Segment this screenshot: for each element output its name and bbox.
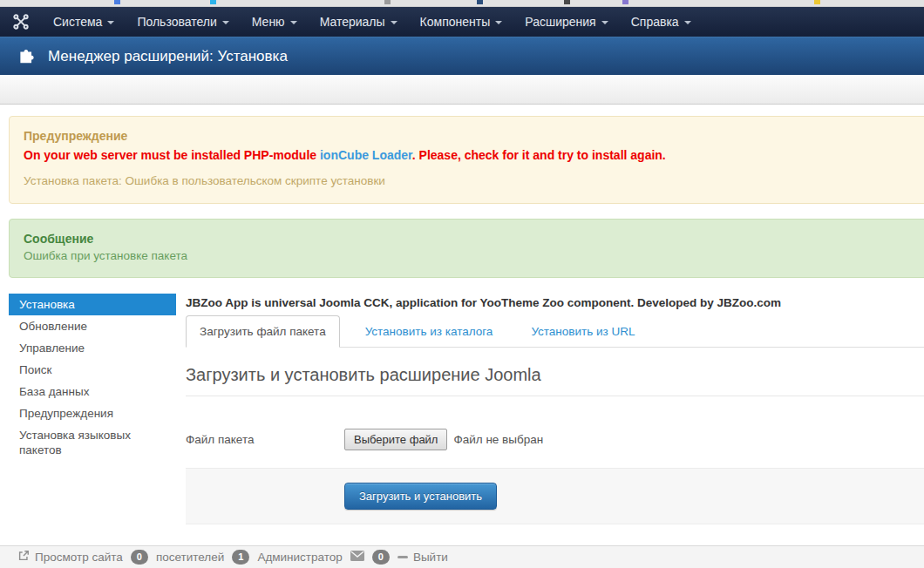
menu-item-extensions[interactable]: Расширения bbox=[513, 7, 619, 37]
ioncube-loader-link[interactable]: ionCube Loader bbox=[320, 148, 412, 162]
file-input[interactable]: Выберите файл Файл не выбран bbox=[344, 429, 543, 450]
sidebar-item-warnings[interactable]: Предупреждения bbox=[9, 402, 176, 424]
menu-item-help[interactable]: Справка bbox=[620, 7, 703, 37]
package-file-label: Файл пакета bbox=[186, 433, 344, 446]
status-bar: Просмотр сайта 0 посетителей 1 Администр… bbox=[0, 545, 924, 568]
sidebar-item-install[interactable]: Установка bbox=[9, 294, 176, 315]
tab-install-from-url[interactable]: Установить из URL bbox=[518, 316, 648, 347]
main-area: Предупреждение On your web server must b… bbox=[0, 105, 924, 545]
jbzoo-description-text: JBZoo App is universal Joomla CCK, appli… bbox=[186, 296, 924, 309]
envelope-icon[interactable] bbox=[350, 551, 364, 564]
page-title: Менеджер расширений: Установка bbox=[48, 48, 288, 65]
warning-error-text: On your web server must be installed PHP… bbox=[24, 148, 320, 162]
menu-item-label: Справка bbox=[631, 15, 679, 29]
page-header: Менеджер расширений: Установка bbox=[0, 37, 924, 75]
favicon-fragment bbox=[114, 0, 120, 4]
chevron-down-icon bbox=[391, 21, 397, 24]
sidebar-item-database[interactable]: База данных bbox=[9, 381, 176, 402]
install-tabs: Загрузить файл пакета Установить из ката… bbox=[186, 315, 924, 348]
menu-item-label: Материалы bbox=[320, 15, 385, 29]
warning-alert-heading: Предупреждение bbox=[24, 129, 922, 143]
chevron-down-icon bbox=[684, 21, 691, 24]
favicon-fragment bbox=[622, 0, 628, 4]
tab-install-from-directory[interactable]: Установить из каталога bbox=[352, 316, 506, 347]
visitors-count-badge: 0 bbox=[131, 550, 148, 564]
logout-icon bbox=[397, 556, 408, 558]
install-sidebar: Установка Обновление Управление Поиск Ба… bbox=[9, 294, 176, 524]
favicon-fragment bbox=[384, 0, 391, 4]
section-title: Загрузить и установить расширение Joomla bbox=[186, 365, 924, 396]
file-status-text: Файл не выбран bbox=[453, 433, 543, 446]
chevron-down-icon bbox=[601, 21, 608, 24]
admins-count-badge: 1 bbox=[232, 550, 249, 564]
favicon-fragment bbox=[814, 0, 820, 4]
menu-item-label: Пользователи bbox=[137, 15, 216, 29]
message-alert-heading: Сообщение bbox=[24, 232, 922, 246]
browser-bookmarks-strip bbox=[0, 0, 924, 7]
menu-item-content[interactable]: Материалы bbox=[309, 7, 409, 37]
menu-item-label: Меню bbox=[252, 15, 285, 29]
content-row: Установка Обновление Управление Поиск Ба… bbox=[0, 294, 924, 524]
visitors-label: посетителей bbox=[156, 551, 224, 564]
chevron-down-icon bbox=[495, 21, 502, 24]
warning-error-text: . Please, check for it and try to instal… bbox=[412, 148, 666, 162]
view-site-label: Просмотр сайта bbox=[35, 551, 123, 564]
view-site-link[interactable]: Просмотр сайта bbox=[17, 550, 123, 565]
menu-item-menus[interactable]: Меню bbox=[241, 7, 309, 37]
external-link-icon bbox=[17, 550, 30, 565]
chevron-down-icon bbox=[290, 21, 297, 24]
logout-label: Выйти bbox=[413, 551, 448, 564]
puzzle-piece-icon bbox=[17, 45, 37, 68]
choose-file-button[interactable]: Выберите файл bbox=[344, 429, 447, 450]
admins-label: Администратор bbox=[257, 551, 342, 564]
install-content: JBZoo App is universal Joomla CCK, appli… bbox=[176, 294, 924, 524]
menu-item-label: Система bbox=[53, 15, 102, 29]
menu-item-label: Компоненты bbox=[420, 15, 491, 29]
warning-detail-text: Установка пакета: Ошибка в пользовательс… bbox=[24, 174, 922, 187]
favicon-fragment bbox=[210, 0, 216, 4]
upload-and-install-button[interactable]: Загрузить и установить bbox=[344, 483, 497, 510]
message-alert: Сообщение Ошибка при установке пакета bbox=[9, 219, 924, 278]
admin-navbar: Система Пользователи Меню Материалы Комп… bbox=[0, 7, 924, 37]
joomla-logo-icon bbox=[12, 13, 30, 30]
favicon-fragment bbox=[477, 0, 483, 4]
form-actions-well: Загрузить и установить bbox=[186, 468, 924, 524]
sidebar-item-discover[interactable]: Поиск bbox=[9, 359, 176, 381]
toolbar-band bbox=[0, 75, 924, 105]
sidebar-item-update[interactable]: Обновление bbox=[9, 315, 176, 337]
message-alert-text: Ошибка при установке пакета bbox=[24, 249, 922, 262]
sidebar-item-languages[interactable]: Установка языковых пакетов bbox=[9, 424, 176, 461]
menu-item-users[interactable]: Пользователи bbox=[126, 7, 240, 37]
menu-item-system[interactable]: Система bbox=[42, 7, 126, 37]
chevron-down-icon bbox=[107, 21, 114, 24]
tab-upload-package[interactable]: Загрузить файл пакета bbox=[186, 315, 340, 348]
warning-error-line: On your web server must be installed PHP… bbox=[24, 148, 922, 162]
logout-link[interactable]: Выйти bbox=[397, 551, 448, 564]
chevron-down-icon bbox=[222, 21, 229, 24]
favicon-fragment bbox=[564, 0, 570, 4]
sidebar-item-manage[interactable]: Управление bbox=[9, 337, 176, 359]
messages-count-badge: 0 bbox=[372, 550, 390, 564]
package-file-row: Файл пакета Выберите файл Файл не выбран bbox=[186, 429, 924, 450]
menu-item-components[interactable]: Компоненты bbox=[409, 7, 514, 37]
warning-alert: Предупреждение On your web server must b… bbox=[9, 116, 924, 204]
menu-item-label: Расширения bbox=[525, 15, 595, 29]
